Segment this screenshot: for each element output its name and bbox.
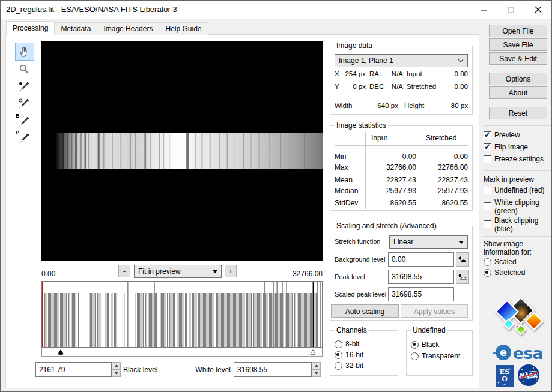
maximize-button bbox=[497, 1, 524, 19]
black-level-thumb[interactable] bbox=[58, 349, 64, 355]
peak-level-input[interactable]: 31698.55 bbox=[388, 270, 454, 284]
tab-bar: Processing Metadata Image Headers Help G… bbox=[6, 22, 208, 35]
radio-32bit[interactable] bbox=[335, 362, 342, 370]
radio-scaled[interactable] bbox=[484, 258, 491, 266]
radio-stretched[interactable] bbox=[484, 269, 491, 277]
stats-row-input: 25977.93 bbox=[368, 187, 416, 195]
black-level-spin-down-button[interactable] bbox=[112, 370, 121, 378]
scaled-peak-level-input[interactable]: 31698.55 bbox=[388, 287, 454, 301]
white-clipping-label2: (green) bbox=[494, 207, 518, 215]
background-picker-swatch-button[interactable] bbox=[456, 252, 469, 267]
stats-row-input: 32766.00 bbox=[368, 163, 416, 172]
freeze-settings-checkbox[interactable] bbox=[484, 155, 491, 163]
undefined-red-checkbox[interactable] bbox=[484, 187, 491, 194]
maximize-icon bbox=[508, 7, 514, 13]
radio-undefined-black[interactable] bbox=[411, 341, 419, 349]
about-button[interactable]: About bbox=[489, 86, 547, 99]
undefined-red-label: Undefined (red) bbox=[494, 186, 544, 194]
white-level-input[interactable]: 31698.55 bbox=[234, 362, 312, 377]
background-eyedropper-icon bbox=[18, 116, 30, 128]
open-file-button[interactable]: Open File bbox=[489, 25, 547, 37]
auto-scaling-button[interactable]: Auto scaling bbox=[331, 304, 399, 318]
stats-row-stretched: 22827.43 bbox=[423, 176, 468, 184]
plane-select[interactable]: Image 1, Plane 1 bbox=[335, 54, 468, 67]
stats-row-label: Min bbox=[335, 152, 346, 161]
save-file-button[interactable]: Save File bbox=[489, 38, 547, 51]
close-icon bbox=[535, 6, 542, 13]
ra-value: N/A bbox=[384, 70, 403, 77]
radio-undefined-black-label: Black bbox=[422, 340, 439, 349]
separator bbox=[483, 125, 551, 126]
tab-metadata[interactable]: Metadata bbox=[55, 22, 97, 35]
nasa-logo: NASA bbox=[517, 364, 540, 387]
minimize-button[interactable] bbox=[470, 1, 497, 19]
tab-processing[interactable]: Processing bbox=[6, 21, 55, 35]
peak-level-picker-button[interactable]: P bbox=[15, 130, 33, 147]
dec-value: N/A bbox=[384, 83, 403, 90]
tab-image-headers[interactable]: Image Headers bbox=[97, 22, 159, 35]
hand-tool-button[interactable] bbox=[15, 43, 34, 61]
white-level-thumb[interactable] bbox=[310, 349, 317, 355]
mark-in-preview-title: Mark in preview bbox=[484, 175, 534, 184]
white-level-picker-button[interactable] bbox=[15, 95, 33, 112]
x-value: 254 px bbox=[341, 70, 366, 77]
stats-row-label: Median bbox=[335, 187, 358, 195]
black-level-picker-button[interactable] bbox=[15, 79, 33, 95]
width-label: Width bbox=[335, 102, 352, 109]
channels-title: Channels bbox=[335, 326, 369, 334]
zoom-tool-button[interactable] bbox=[15, 61, 33, 77]
stats-col-input: Input bbox=[371, 134, 387, 142]
stats-row-label: Mean bbox=[335, 176, 353, 184]
width-value: 640 px bbox=[361, 102, 398, 109]
tab-help-guide[interactable]: Help Guide bbox=[159, 22, 208, 35]
stats-header-separator bbox=[335, 145, 468, 146]
fit-in-preview-select[interactable]: Fit in preview bbox=[134, 265, 222, 278]
scaled-peak-level-label: Scaled peak level bbox=[335, 291, 386, 298]
dropdown-arrow-icon bbox=[459, 241, 464, 244]
black-clipping-checkbox[interactable] bbox=[484, 220, 491, 228]
background-level-input[interactable]: 0.00 bbox=[388, 252, 454, 267]
peak-eyedropper-icon bbox=[18, 133, 30, 145]
peak-picker-swatch-button[interactable] bbox=[456, 270, 469, 284]
preview-image-canvas[interactable] bbox=[41, 41, 323, 261]
black-clipping-label: Black clipping bbox=[494, 216, 538, 225]
histogram-min-label: 0.00 bbox=[41, 270, 55, 278]
level-slider-track[interactable] bbox=[41, 348, 323, 357]
white-level-spin-down-button[interactable] bbox=[312, 370, 321, 378]
stats-row-stretched: 25977.93 bbox=[423, 187, 468, 195]
height-label: Height bbox=[404, 102, 424, 109]
radio-8bit[interactable] bbox=[335, 340, 342, 348]
save-and-edit-button[interactable]: Save & Edit bbox=[489, 52, 547, 65]
eso-logo: ES O + + + + bbox=[496, 365, 514, 387]
reset-button[interactable]: Reset bbox=[489, 107, 547, 119]
show-info-title-line2: information for: bbox=[484, 248, 532, 256]
image-statistics-title: Image statistics bbox=[335, 121, 388, 130]
radio-16bit-label: 16-bit bbox=[345, 351, 363, 359]
background-level-picker-button[interactable]: B bbox=[15, 113, 33, 130]
zoom-in-button[interactable]: + bbox=[225, 265, 237, 277]
svg-text:+: + bbox=[497, 381, 500, 384]
zoom-out-button[interactable]: - bbox=[118, 265, 130, 277]
white-clipping-checkbox[interactable] bbox=[484, 202, 491, 210]
magnifier-icon bbox=[19, 64, 29, 74]
radio-16bit[interactable] bbox=[335, 351, 342, 359]
options-button[interactable]: Options bbox=[489, 73, 547, 85]
black-level-input[interactable]: 2161.79 bbox=[35, 362, 112, 377]
background-picker-letter: B bbox=[16, 113, 20, 119]
chevron-down-icon bbox=[458, 58, 464, 63]
preview-checkbox[interactable] bbox=[484, 131, 491, 139]
flip-image-checkbox[interactable] bbox=[484, 143, 491, 151]
white-level-value: 31698.55 bbox=[237, 366, 267, 374]
black-level-spin-up-button[interactable] bbox=[112, 362, 121, 370]
window-title: 2D_regulus.fit - ESA/ESO/NASA FITS Liber… bbox=[6, 5, 177, 14]
stretch-function-select[interactable]: Linear bbox=[389, 235, 468, 249]
fits-liberator-logo bbox=[491, 296, 545, 339]
radio-undefined-transparent[interactable] bbox=[411, 352, 419, 360]
close-button[interactable] bbox=[524, 1, 551, 19]
white-swatch-icon bbox=[456, 270, 468, 283]
white-level-spin-up-button[interactable] bbox=[312, 362, 321, 370]
stats-col-stretched: Stretched bbox=[426, 134, 456, 142]
black-level-value: 2161.79 bbox=[39, 366, 65, 374]
histogram-canvas[interactable] bbox=[42, 282, 322, 347]
svg-text:+: + bbox=[498, 368, 500, 372]
